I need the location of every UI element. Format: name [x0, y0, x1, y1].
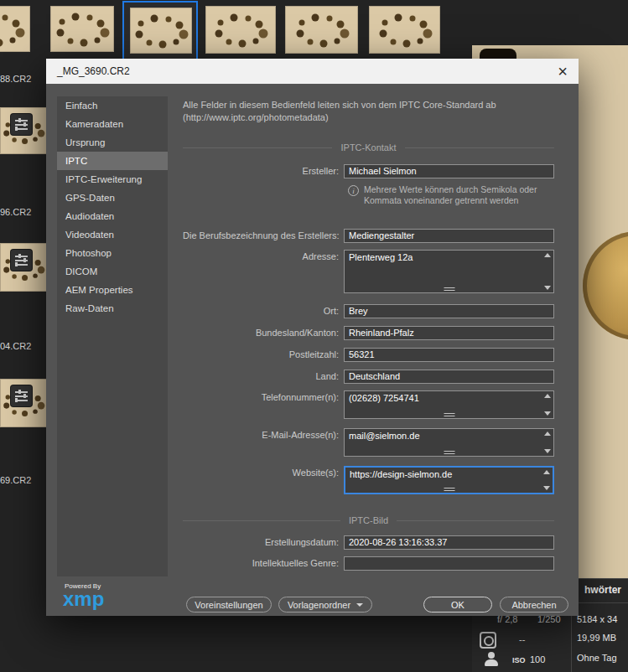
thumbnail[interactable] — [285, 6, 358, 54]
file-size-value: 19,99 MB — [577, 633, 616, 643]
website-textarea[interactable]: https://design-sielmon.de — [344, 466, 554, 494]
postal-code-input[interactable]: 56321 — [344, 348, 554, 362]
country-label: Land: — [183, 370, 344, 384]
adjustments-badge-icon — [11, 250, 32, 271]
person-icon — [484, 652, 499, 666]
field-row-phone: Telefonnummer(n): (02628) 7254741 — [183, 390, 554, 419]
scroll-up-icon[interactable] — [543, 470, 550, 474]
section-header-iptc-bild: IPTC-Bild — [183, 515, 554, 525]
country-input[interactable]: Deutschland — [344, 370, 554, 384]
file-name[interactable]: 88.CR2 — [0, 74, 31, 84]
sidebar-item-raw-daten[interactable]: Raw-Daten — [57, 299, 168, 318]
section-header-iptc-kontakt: IPTC-Kontakt — [183, 142, 554, 152]
file-info-dialog: _MG_3690.CR2 × Einfach Kameradaten Urspr… — [46, 59, 579, 616]
dialog-main: Alle Felder in diesem Bedienfeld leiten … — [183, 59, 554, 616]
ok-button[interactable]: OK — [423, 597, 492, 613]
file-name[interactable]: 69.CR2 — [0, 475, 31, 485]
close-icon[interactable]: × — [558, 63, 568, 80]
scroll-down-icon[interactable] — [543, 486, 550, 490]
scroll-down-icon[interactable] — [544, 449, 551, 453]
phone-textarea[interactable]: (02628) 7254741 — [344, 390, 554, 419]
note-text: Mehrere Werte können durch Semikola oder… — [364, 184, 554, 206]
multi-value-note: Mehrere Werte können durch Semikola oder… — [348, 184, 554, 206]
sidebar-item-dicom[interactable]: DICOM — [57, 262, 168, 281]
sidebar-item-ursprung[interactable]: Ursprung — [57, 133, 168, 152]
panel-description: Alle Felder in diesem Bedienfeld leiten … — [183, 99, 552, 124]
job-title-label: Die Berufsbezeichnung des Erstellers: — [183, 229, 344, 243]
state-input[interactable]: Rheinland-Pfalz — [344, 326, 554, 340]
email-textarea[interactable]: mail@sielmon.de — [344, 428, 554, 457]
field-row-postal-code: Postleitzahl: 56321 — [183, 348, 554, 362]
address-label: Adresse: — [183, 250, 344, 264]
coins-photo — [318, 26, 325, 34]
presets-button[interactable]: Voreinstellungen — [186, 597, 272, 613]
field-row-state: Bundesland/Kanton: Rheinland-Pfalz — [183, 326, 554, 340]
field-row-job-title: Die Berufsbezeichnung des Erstellers: Me… — [183, 229, 554, 243]
email-label: E-Mail-Adresse(n): — [183, 428, 344, 442]
job-title-input[interactable]: Mediengestalter — [344, 229, 554, 243]
thumbnail[interactable] — [369, 6, 440, 54]
postal-code-label: Postleitzahl: — [183, 348, 344, 362]
iso-value: 100 — [530, 654, 545, 664]
keywords-panel-header: hwörter — [584, 584, 621, 596]
coins-photo — [401, 26, 408, 34]
gold-coin-in-photo — [583, 231, 628, 340]
resize-grip[interactable] — [444, 287, 454, 291]
genre-input[interactable] — [344, 556, 554, 571]
dialog-sidebar: Einfach Kameradaten Ursprung IPTC IPTC-E… — [57, 96, 168, 576]
scroll-up-icon[interactable] — [544, 432, 551, 436]
dimensions-value: 5184 x 34 — [577, 614, 617, 624]
sidebar-item-aem-properties[interactable]: AEM Properties — [57, 281, 168, 299]
website-label: Website(s): — [183, 466, 344, 480]
sidebar-item-photoshop[interactable]: Photoshop — [57, 244, 168, 262]
file-name[interactable]: 04.CR2 — [0, 341, 31, 351]
genre-label: Intellektuelles Genre: — [183, 556, 344, 571]
sidebar-item-einfach[interactable]: Einfach — [57, 96, 168, 115]
sidebar-item-iptc[interactable]: IPTC — [57, 152, 168, 170]
template-folder-button[interactable]: Vorlagenordner — [278, 597, 372, 613]
file-name[interactable]: 96.CR2 — [0, 207, 31, 217]
city-label: Ort: — [183, 304, 344, 318]
bridge-app: { "browser": { "files": ["88.CR2", "96.C… — [0, 0, 628, 672]
thumbnail[interactable] — [50, 6, 114, 52]
scroll-up-icon[interactable] — [544, 394, 551, 398]
scroll-up-icon[interactable] — [544, 253, 551, 257]
xmp-wordmark: xmp — [63, 590, 104, 608]
adjustments-badge-icon — [11, 114, 32, 135]
xmp-logo: Powered By xmp — [63, 582, 104, 608]
resize-grip[interactable] — [444, 413, 454, 416]
creator-label: Ersteller: — [183, 164, 344, 178]
cancel-button[interactable]: Abbrechen — [500, 597, 568, 613]
sidebar-item-iptc-erweiterung[interactable]: IPTC-Erweiterung — [57, 170, 168, 189]
field-row-genre: Intellektuelles Genre: — [183, 556, 554, 571]
thumbnail[interactable] — [205, 6, 276, 54]
adjustments-badge-icon — [11, 385, 32, 406]
coins-photo — [79, 25, 86, 33]
sidebar-item-gps-daten[interactable]: GPS-Daten — [57, 189, 168, 207]
scroll-down-icon[interactable] — [544, 286, 551, 290]
creation-date-label: Erstellungsdatum: — [183, 535, 344, 550]
thumbnail[interactable] — [0, 6, 30, 52]
creator-input[interactable]: Michael Sielmon — [344, 164, 554, 178]
coins-photo — [0, 25, 2, 33]
address-textarea[interactable]: Plenterweg 12a — [344, 250, 554, 293]
state-label: Bundesland/Kanton: — [183, 326, 344, 340]
creation-date-input[interactable]: 2020-08-26 13:16:33.37 — [344, 535, 554, 550]
field-row-country: Land: Deutschland — [183, 370, 554, 384]
city-input[interactable]: Brey — [344, 304, 554, 318]
sidebar-item-videodaten[interactable]: Videodaten — [57, 225, 168, 244]
field-row-address: Adresse: Plenterweg 12a — [183, 250, 554, 293]
coins-photo — [158, 27, 165, 34]
coins-photo — [237, 26, 245, 34]
scroll-down-icon[interactable] — [544, 411, 551, 416]
white-balance-value: -- — [519, 634, 525, 644]
thumbnail-image — [130, 8, 192, 54]
resize-grip[interactable] — [444, 451, 454, 454]
sidebar-item-audiodaten[interactable]: Audiodaten — [57, 207, 168, 225]
resize-grip[interactable] — [444, 488, 454, 491]
sidebar-item-kameradaten[interactable]: Kameradaten — [57, 115, 168, 133]
tags-value: Ohne Tag — [577, 653, 617, 663]
chevron-down-icon — [356, 603, 363, 607]
iso-label: ISO — [512, 656, 526, 664]
info-icon — [348, 185, 359, 196]
